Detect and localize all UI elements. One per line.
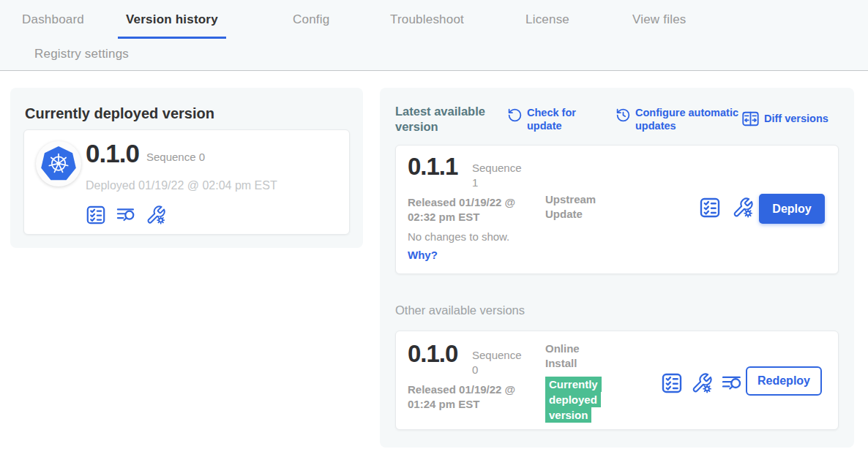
why-link[interactable]: Why?	[408, 249, 438, 261]
release-notes-search-icon[interactable]	[721, 372, 743, 394]
diff-columns-icon	[741, 110, 760, 128]
tab-registry-settings[interactable]: Registry settings	[34, 47, 129, 61]
latest-sequence-label: Sequence 1	[472, 161, 529, 190]
no-changes-note: No changes to show.	[408, 230, 509, 243]
configure-automatic-updates-link[interactable]: Configure automatic updates	[616, 107, 741, 132]
other-source-label: Online Install	[545, 341, 598, 371]
config-wrench-icon[interactable]	[691, 372, 713, 394]
other-card-actions	[661, 372, 743, 394]
diff-versions-label: Diff versions	[764, 113, 828, 126]
preflight-checklist-icon[interactable]	[661, 372, 683, 394]
diff-versions-link[interactable]: Diff versions	[741, 110, 828, 128]
tab-dashboard[interactable]: Dashboard	[22, 12, 84, 27]
tab-config[interactable]: Config	[293, 12, 329, 27]
deploy-button[interactable]: Deploy	[759, 194, 825, 224]
kubernetes-logo-icon	[40, 145, 78, 183]
currently-deployed-badge-wrap: Currently deployed version	[545, 377, 607, 423]
deployed-panel-title: Currently deployed version	[25, 105, 214, 122]
top-nav: Dashboard Version history Config Trouble…	[0, 0, 868, 71]
available-versions-panel: Latest available version Check for updat…	[380, 88, 854, 448]
release-notes-search-icon[interactable]	[116, 205, 136, 225]
deployed-sequence-label: Sequence 0	[146, 150, 205, 165]
tab-troubleshoot[interactable]: Troubleshoot	[390, 12, 464, 27]
tab-view-files[interactable]: View files	[632, 12, 686, 27]
refresh-icon	[507, 107, 523, 123]
check-for-update-link[interactable]: Check for update	[507, 107, 589, 132]
other-available-versions-title: Other available versions	[395, 303, 525, 317]
other-version-number: 0.1.0	[408, 340, 457, 368]
other-version-card: 0.1.0 Sequence 0 Released 01/19/22 @ 01:…	[395, 331, 839, 430]
latest-version-number: 0.1.1	[408, 153, 457, 181]
currently-deployed-badge: Currently deployed version	[545, 377, 602, 423]
app-logo	[36, 141, 81, 186]
deployed-version-number: 0.1.0	[86, 139, 139, 168]
auto-update-clock-icon	[616, 107, 631, 123]
preflight-checklist-icon[interactable]	[86, 205, 106, 225]
latest-available-title: Latest available version	[395, 104, 501, 134]
latest-version-card: 0.1.1 Sequence 1 Released 01/19/22 @ 02:…	[395, 145, 839, 274]
tab-license[interactable]: License	[525, 12, 569, 27]
config-wrench-icon[interactable]	[146, 205, 166, 225]
tab-version-history[interactable]: Version history	[118, 12, 226, 39]
configure-automatic-updates-label: Configure automatic updates	[635, 107, 741, 132]
deployed-version-card: 0.1.0 Sequence 0 Deployed 01/19/22 @ 02:…	[23, 129, 350, 235]
deployed-card-actions	[86, 205, 166, 225]
redeploy-button[interactable]: Redeploy	[746, 366, 822, 396]
currently-deployed-panel: Currently deployed version 0.1.0 Sequenc…	[10, 88, 363, 248]
check-for-update-label: Check for update	[527, 107, 589, 132]
preflight-checklist-icon[interactable]	[699, 197, 721, 219]
other-sequence-label: Sequence 0	[472, 348, 529, 377]
deployed-timestamp: Deployed 01/19/22 @ 02:04 pm EST	[86, 179, 277, 192]
latest-released-timestamp: Released 01/19/22 @ 02:32 pm EST	[408, 195, 545, 224]
other-released-timestamp: Released 01/19/22 @ 01:24 pm EST	[408, 382, 545, 412]
config-wrench-icon[interactable]	[732, 197, 754, 219]
latest-card-actions	[699, 197, 754, 219]
latest-source-label: Upstream Update	[545, 192, 618, 222]
